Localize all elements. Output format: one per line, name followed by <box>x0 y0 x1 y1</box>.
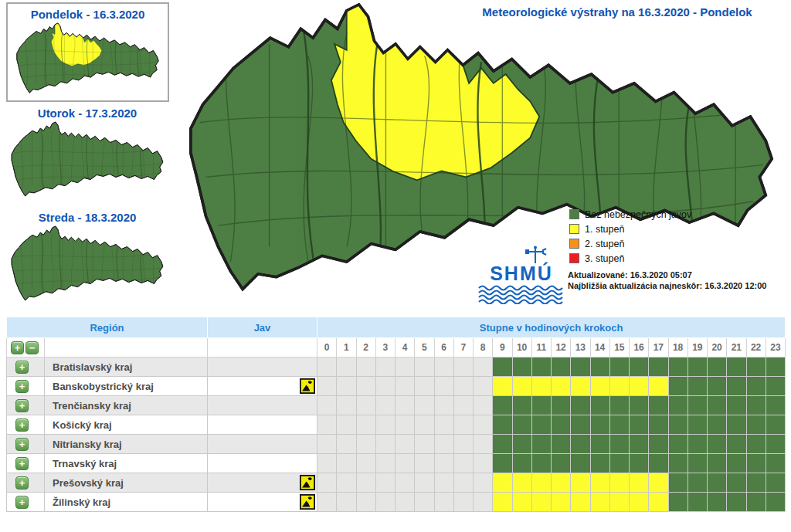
hour-cell-6 <box>434 493 453 512</box>
hour-cell-15 <box>609 473 629 493</box>
hour-cell-6 <box>434 396 453 415</box>
jav-cell <box>208 357 317 377</box>
hour-cell-10 <box>512 454 531 473</box>
hour-cell-12 <box>552 415 571 435</box>
day-tab-monday[interactable]: Pondelok - 16.3.2020 <box>6 2 169 102</box>
hour-cell-0 <box>317 415 337 435</box>
mountain-wind-warning-icon[interactable] <box>300 378 315 391</box>
hour-cell-23 <box>766 396 786 415</box>
hour-cell-23 <box>766 415 786 435</box>
hour-cell-20 <box>708 435 727 454</box>
hour-cell-23 <box>766 473 786 493</box>
day-tab-tuesday-label: Utorok - 17.3.2020 <box>7 107 168 120</box>
hour-cell-10 <box>512 396 531 415</box>
hour-cell-1 <box>337 377 356 396</box>
hour-cell-1 <box>337 493 356 512</box>
hour-cell-9 <box>493 473 512 493</box>
expand-all-button[interactable]: + <box>11 341 24 354</box>
row-expand-cell: + <box>7 415 45 435</box>
hour-cell-8 <box>474 473 493 493</box>
hour-cell-2 <box>356 473 375 493</box>
hour-header-18: 18 <box>668 338 687 357</box>
hour-cell-7 <box>453 493 473 512</box>
hour-cell-11 <box>531 435 551 454</box>
hour-cell-1 <box>337 357 356 377</box>
legend-label: 1. stupeň <box>585 224 624 235</box>
hour-cell-14 <box>590 454 609 473</box>
hour-cell-10 <box>512 357 531 377</box>
day-tab-tuesday[interactable]: Utorok - 17.3.2020 <box>7 107 168 200</box>
hour-cell-0 <box>317 454 337 473</box>
jav-cell <box>208 493 317 512</box>
hour-cell-15 <box>609 415 629 435</box>
hour-header-9: 9 <box>493 338 512 357</box>
hour-cell-2 <box>356 435 375 454</box>
row-expand-button[interactable]: + <box>15 476 29 490</box>
hour-cell-9 <box>493 357 512 377</box>
hour-cell-9 <box>493 454 512 473</box>
hour-cell-11 <box>531 473 551 493</box>
hour-cell-9 <box>493 396 512 415</box>
hour-header-22: 22 <box>746 338 766 357</box>
hour-header-1: 1 <box>337 338 356 357</box>
collapse-all-button[interactable]: − <box>25 341 39 354</box>
hour-header-17: 17 <box>649 338 668 357</box>
hour-header-12: 12 <box>552 338 571 357</box>
hour-cell-16 <box>630 396 649 415</box>
hour-cell-20 <box>708 415 727 435</box>
hour-cell-5 <box>415 473 434 493</box>
row-expand-button[interactable]: + <box>15 438 29 451</box>
hour-cell-14 <box>590 396 609 415</box>
table-row-4: +Nitriansky kraj <box>7 435 786 454</box>
row-expand-button[interactable]: + <box>15 457 29 470</box>
column-header-jav: Jav <box>208 317 317 338</box>
warning-legend: Bez nebezpečných javov1. stupeň2. stupeň… <box>569 207 691 266</box>
mountain-wind-warning-icon[interactable] <box>300 475 315 488</box>
table-row-2: +Trenčiansky kraj <box>7 396 786 415</box>
hour-cell-3 <box>375 357 395 377</box>
hour-cell-14 <box>590 415 609 435</box>
hour-cell-14 <box>590 377 609 396</box>
row-expand-button[interactable]: + <box>15 418 29 432</box>
hour-cell-10 <box>512 415 531 435</box>
legend-color-swatch <box>569 224 579 234</box>
row-expand-button[interactable]: + <box>15 496 29 509</box>
hour-cell-4 <box>396 454 415 473</box>
row-expand-cell: + <box>7 435 45 454</box>
hour-cell-0 <box>317 377 337 396</box>
hour-cell-2 <box>356 357 375 377</box>
hour-cell-12 <box>552 435 571 454</box>
mountain-wind-warning-icon[interactable] <box>300 494 315 507</box>
hour-cell-9 <box>493 415 512 435</box>
hour-cell-21 <box>727 357 746 377</box>
hour-cell-13 <box>571 415 590 435</box>
hour-cell-6 <box>434 435 453 454</box>
day-tab-wednesday[interactable]: Streda - 18.3.2020 <box>7 211 168 304</box>
hour-cell-7 <box>453 473 473 493</box>
hour-cell-3 <box>375 377 395 396</box>
legend-color-swatch <box>569 253 579 263</box>
region-name: Žilinský kraj <box>45 493 208 512</box>
hour-cell-7 <box>453 435 473 454</box>
hour-cell-4 <box>396 435 415 454</box>
hour-cell-19 <box>687 396 707 415</box>
hour-cell-21 <box>727 377 746 396</box>
hour-cell-3 <box>375 493 395 512</box>
hour-cell-17 <box>649 473 668 493</box>
hour-cell-10 <box>512 473 531 493</box>
hour-cell-6 <box>434 473 453 493</box>
hour-cell-5 <box>415 435 434 454</box>
hour-cell-10 <box>512 377 531 396</box>
hour-cell-8 <box>474 415 493 435</box>
hour-cell-20 <box>708 377 727 396</box>
hour-cell-18 <box>668 493 687 512</box>
hour-cell-11 <box>531 493 551 512</box>
row-expand-button[interactable]: + <box>15 361 29 374</box>
row-expand-button[interactable]: + <box>15 399 29 412</box>
row-expand-button[interactable]: + <box>15 380 29 393</box>
monday-mini-map <box>13 22 162 97</box>
region-name: Bratislavský kraj <box>45 357 208 377</box>
hour-header-6: 6 <box>434 338 453 357</box>
region-name: Trnavský kraj <box>45 454 208 473</box>
day-tab-wednesday-label: Streda - 18.3.2020 <box>7 211 168 224</box>
